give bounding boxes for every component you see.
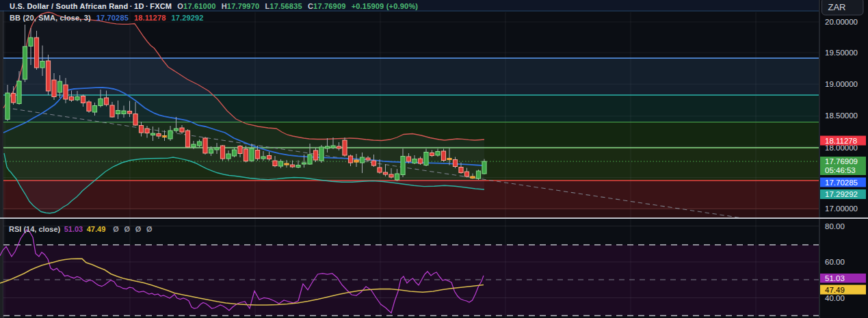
svg-text:40.00: 40.00 bbox=[825, 294, 845, 302]
svg-text:19.00000: 19.00000 bbox=[825, 80, 858, 88]
svg-text:47.49: 47.49 bbox=[825, 286, 845, 294]
svg-text:60.00: 60.00 bbox=[825, 258, 845, 266]
svg-text:BB (20, SMA, close, 3) 17.702: BB (20, SMA, close, 3) 17.70285 18.11278… bbox=[10, 14, 204, 22]
svg-text:19.50000: 19.50000 bbox=[825, 49, 858, 57]
svg-text:05:46:53: 05:46:53 bbox=[825, 166, 856, 174]
svg-text:U.S. Dollar / South African Ra: U.S. Dollar / South African Rand · 1D · … bbox=[10, 2, 418, 10]
svg-text:18.11278: 18.11278 bbox=[825, 137, 857, 145]
svg-text:RSI (14, close) 51.03 47.49 Ø: RSI (14, close) 51.03 47.49 Ø Ø Ø Ø bbox=[9, 225, 153, 233]
svg-text:17.29292: 17.29292 bbox=[825, 190, 858, 198]
svg-text:18.50000: 18.50000 bbox=[825, 111, 858, 120]
svg-text:51.03: 51.03 bbox=[825, 274, 845, 282]
svg-text:17.00000: 17.00000 bbox=[825, 204, 858, 213]
svg-text:20.00000: 20.00000 bbox=[825, 18, 858, 26]
svg-text:17.70285: 17.70285 bbox=[825, 178, 858, 187]
svg-text:ZAR: ZAR bbox=[828, 2, 846, 12]
svg-text:17.76909: 17.76909 bbox=[825, 157, 858, 165]
svg-text:80.00: 80.00 bbox=[825, 222, 845, 230]
